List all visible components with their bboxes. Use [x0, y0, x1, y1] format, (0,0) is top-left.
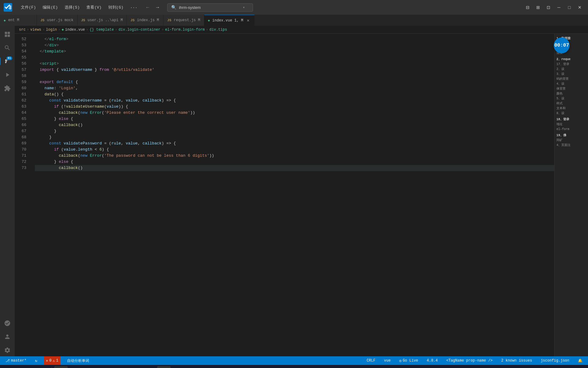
line-num-68: 68 [15, 134, 31, 140]
menu-goto[interactable]: 转到(G) [105, 3, 126, 11]
notifications[interactable]: 🔔 [576, 356, 584, 365]
code-lines[interactable]: </el-form> </div> </template> <script> [31, 34, 554, 356]
line-num-54: 54 [15, 48, 31, 55]
code-line-73: callback() [35, 165, 554, 171]
title-bar: 文件(F) 编辑(E) 选择(S) 查看(V) 转到(G) ... ← → 🔍 … [0, 0, 588, 15]
breadcrumb-login: login [46, 28, 57, 32]
task-view-button[interactable]: ⧉ [34, 366, 49, 368]
auto-analyze[interactable]: 自动分析单词 [65, 356, 91, 365]
taskbar-chrome[interactable]: 🌐 [142, 366, 156, 368]
taskbar-app6[interactable]: ▲ [157, 366, 171, 368]
known-issues[interactable]: 2 known issues [499, 356, 534, 365]
right-panel-line: 4、设 [556, 82, 586, 86]
activity-search[interactable] [1, 42, 13, 54]
nav-buttons: ← → [143, 4, 162, 11]
breadcrumb-indexvue: index.vue [65, 28, 85, 32]
line-num-73: 73 [15, 165, 31, 171]
code-line-62: const validateUsername = (rule, value, c… [35, 98, 554, 104]
nav-forward-button[interactable]: → [153, 4, 162, 11]
right-panel-line: 体背景 [556, 86, 586, 91]
line-num-59: 59 [15, 79, 31, 85]
error-icon: ✕ [46, 358, 48, 363]
tab-request[interactable]: JS request.js M [164, 15, 204, 26]
activity-source-control[interactable]: 61 [1, 55, 13, 67]
minimize-button[interactable]: ─ [554, 4, 564, 11]
js-icon: JS [167, 18, 171, 22]
right-panel-line: 地址 [556, 122, 586, 127]
tab-label: index.js M [137, 18, 159, 22]
activity-explorer[interactable] [1, 28, 13, 40]
taskbar-app5[interactable]: 🔴 [128, 366, 141, 368]
main-layout: 61 [0, 26, 588, 356]
tag-info[interactable]: <TagName prop-name /> [444, 356, 494, 365]
tab-label: user.js ..\api M [88, 18, 123, 22]
tab-user-mock[interactable]: JS user.js mock [37, 15, 77, 26]
line-num-60: 60 [15, 85, 31, 91]
code-line-60: name: 'Login', [35, 85, 554, 91]
nav-back-button[interactable]: ← [143, 4, 152, 11]
live-share[interactable]: ◎ Go Live [398, 356, 420, 365]
tab-index-vue[interactable]: ◆ index.vue 1, M ✕ [204, 15, 254, 26]
code-line-66: callback() [35, 122, 554, 128]
menu-file[interactable]: 文件(F) [18, 3, 39, 11]
maximize-button[interactable]: □ [565, 4, 574, 11]
error-count[interactable]: ✕ 0 ⚠ 1 [44, 356, 60, 365]
search-input[interactable] [179, 5, 240, 10]
tab-user-api[interactable]: JS user.js ..\api M [77, 15, 127, 26]
line-num-57: 57 [15, 67, 31, 73]
tab-bar: ◆ ent M JS user.js mock JS user.js ..\ap… [0, 15, 588, 26]
line-num-66: 66 [15, 122, 31, 128]
code-line-52: </el-form> [35, 36, 554, 42]
start-button[interactable]: ⊞ [2, 366, 17, 368]
code-editor[interactable]: 52 53 54 55 56 57 58 59 60 61 62 63 64 6… [15, 34, 588, 356]
branch-name: master* [11, 358, 26, 363]
known-issues-label: 2 known issues [501, 358, 532, 363]
git-branch[interactable]: ⎇ master* [4, 356, 28, 365]
taskbar-explorer[interactable]: 📁 [84, 366, 97, 368]
right-panel-line: 4、页面注 [556, 143, 586, 148]
warn-icon: ⚠ [53, 358, 55, 363]
activity-accounts[interactable] [1, 331, 13, 343]
tab-index-js[interactable]: JS index.js M [127, 15, 164, 26]
menu-view[interactable]: 查看(V) [83, 3, 104, 11]
sync-button[interactable]: ↻ [33, 356, 39, 365]
language-mode[interactable]: vue [382, 356, 393, 365]
taskbar-wechat[interactable]: 💬 [113, 366, 126, 368]
grid-button[interactable]: ⊡ [544, 4, 553, 11]
close-button[interactable]: ✕ [575, 4, 584, 11]
taskbar-terminal[interactable]: T [98, 366, 112, 368]
tab-ent[interactable]: ◆ ent M [0, 15, 37, 26]
window-controls: ⊟ ⊞ ⊡ ─ □ ✕ [523, 4, 584, 11]
warn-number: 1 [56, 358, 58, 363]
activity-extensions[interactable] [1, 82, 13, 94]
search-bar[interactable]: 🔍 ▾ [167, 3, 253, 12]
right-panel: 1、数据接 1、cp 2、V 储实 2、reque 17、登录 2、设 3、设 … [554, 34, 588, 356]
breadcrumb: src › views › login › ◆ index.vue › {} t… [15, 26, 588, 34]
menu-more[interactable]: ... [127, 3, 140, 11]
line-ending[interactable]: CRLF [365, 356, 377, 365]
line-num-67: 67 [15, 128, 31, 134]
menu-select[interactable]: 选择(S) [62, 3, 83, 11]
jsconfig[interactable]: jsconfig.json [539, 356, 571, 365]
taskbar-outlook[interactable]: 📧 [69, 366, 82, 368]
activity-run[interactable] [1, 69, 13, 81]
tab-close-icon[interactable]: ✕ [246, 18, 251, 23]
split-button[interactable]: ⊞ [533, 4, 543, 11]
search-icon: 🔍 [171, 5, 176, 10]
search-button[interactable]: 🔍 [18, 366, 33, 368]
line-num-63: 63 [15, 104, 31, 110]
menu-edit[interactable]: 编辑(E) [40, 3, 61, 11]
right-panel-line: 码的背景 [556, 77, 586, 82]
line-num-62: 62 [15, 98, 31, 104]
tab-label: index.vue 1, M [212, 18, 243, 23]
activity-settings[interactable] [1, 344, 13, 356]
editor-area: src › views › login › ◆ index.vue › {} t… [15, 26, 588, 356]
line-num-61: 61 [15, 91, 31, 98]
timer: 00:07 [554, 37, 570, 53]
layout-button[interactable]: ⊟ [523, 4, 532, 11]
activity-remote[interactable] [1, 317, 13, 329]
source-control-badge: 61 [6, 56, 12, 60]
chevron-down-icon: ▾ [243, 5, 245, 10]
version-info[interactable]: 4.8.4 [425, 356, 439, 365]
taskbar-vscode[interactable] [54, 366, 68, 368]
